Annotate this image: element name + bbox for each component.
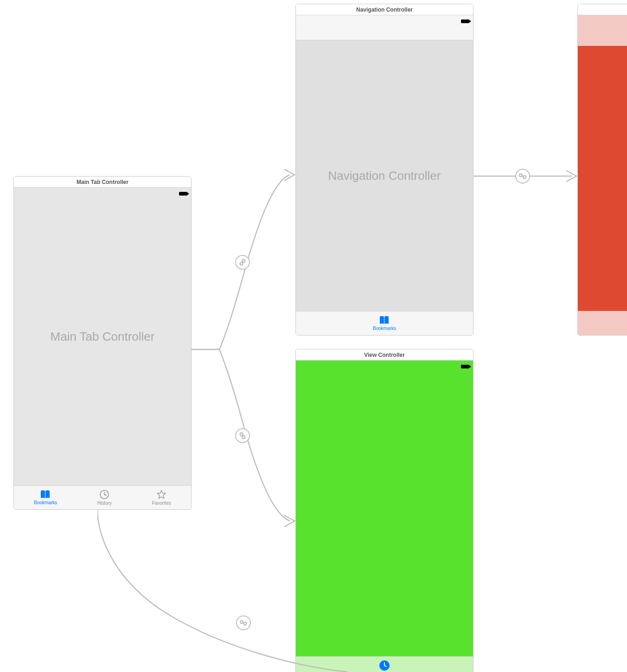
- svg-point-16: [240, 620, 243, 624]
- bookmarks-icon: [39, 490, 51, 499]
- battery-icon: [461, 365, 469, 368]
- clock-icon: [379, 660, 390, 671]
- scene-view-controller[interactable]: View Controller History: [295, 349, 473, 672]
- svg-point-8: [242, 435, 245, 439]
- tab-label: History: [97, 501, 112, 506]
- scene-title: [578, 4, 627, 15]
- star-icon: [156, 489, 166, 500]
- svg-point-2: [236, 255, 250, 269]
- placeholder-label: Main Tab Controller: [51, 330, 155, 344]
- scene-red-view-controller[interactable]: [577, 4, 627, 336]
- tab-label: Bookmarks: [373, 326, 396, 331]
- svg-point-4: [242, 259, 245, 263]
- svg-line-9: [242, 435, 243, 436]
- clock-icon: [99, 489, 109, 500]
- tab-bar: Bookmarks: [296, 311, 473, 335]
- tab-label: Bookmarks: [34, 500, 57, 505]
- navigation-bar: [296, 15, 473, 40]
- svg-line-18: [243, 623, 244, 623]
- tab-bar: History: [296, 656, 473, 672]
- scene-main-tab-controller[interactable]: Main Tab Controller Main Tab Controller …: [13, 176, 192, 510]
- status-bar: [461, 362, 469, 370]
- svg-line-5: [242, 262, 243, 263]
- tab-item-favorites[interactable]: Favorites: [152, 489, 171, 506]
- svg-point-7: [240, 432, 243, 436]
- svg-line-14: [522, 176, 523, 177]
- svg-point-11: [516, 169, 530, 183]
- segue-nav-to-red[interactable]: [473, 165, 580, 188]
- bookmarks-icon: [378, 316, 390, 325]
- scene-title: Main Tab Controller: [14, 177, 191, 188]
- svg-point-3: [240, 262, 243, 266]
- battery-icon: [179, 192, 187, 196]
- tab-item-history[interactable]: History: [377, 660, 391, 672]
- svg-point-6: [236, 429, 250, 443]
- svg-point-17: [243, 622, 247, 626]
- tab-bar: Bookmarks History: [14, 485, 191, 509]
- tab-item-bookmarks[interactable]: Bookmarks: [34, 490, 57, 505]
- red-view: [578, 46, 627, 311]
- svg-point-13: [523, 176, 526, 178]
- scene-title: View Controller: [296, 349, 473, 361]
- segue-main-to-nav[interactable]: [192, 162, 298, 357]
- svg-point-15: [237, 616, 250, 630]
- status-bar: [461, 17, 469, 25]
- battery-icon: [461, 19, 469, 23]
- red-nav-area: [578, 15, 627, 46]
- segue-main-to-view[interactable]: [192, 343, 298, 538]
- red-tab-area: [578, 311, 627, 335]
- placeholder-label: Navigation Controller: [328, 169, 441, 183]
- scene-navigation-controller[interactable]: Navigation Controller Navigation Control…: [295, 4, 473, 336]
- green-view: [296, 361, 473, 656]
- tab-item-history[interactable]: History: [97, 489, 112, 506]
- svg-point-12: [519, 174, 522, 177]
- status-bar: [179, 189, 187, 197]
- tab-item-bookmarks[interactable]: Bookmarks: [373, 316, 396, 331]
- scene-title: Navigation Controller: [296, 4, 473, 15]
- tab-label: Favorites: [152, 501, 171, 506]
